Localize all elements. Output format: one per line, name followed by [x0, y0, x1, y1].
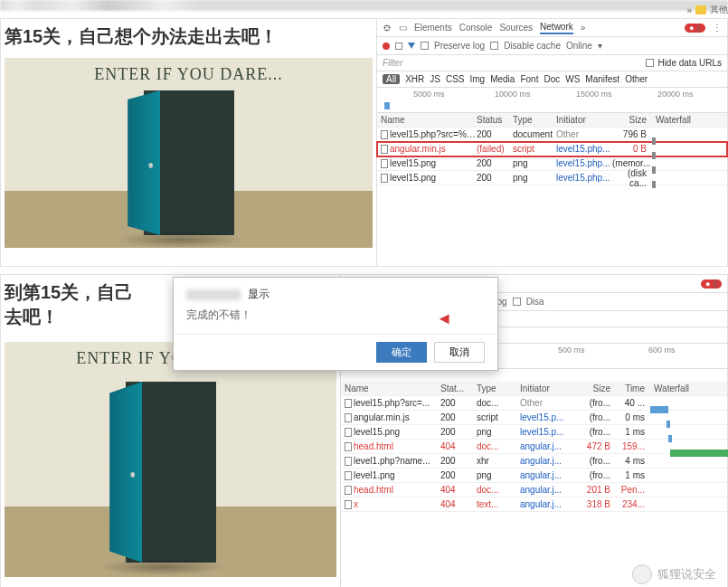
alert-body: 完成的不错！ ◄: [174, 306, 497, 334]
network-row[interactable]: level1.php?name...200xhrangular.j...(fro…: [341, 454, 727, 469]
type-manifest[interactable]: Manifest: [585, 74, 619, 84]
watermark-text: 狐狸说安全: [657, 566, 716, 582]
type-all[interactable]: All: [383, 74, 400, 84]
col-type[interactable]: Type: [513, 115, 556, 125]
col-time[interactable]: Time: [614, 383, 648, 393]
door-open: [128, 90, 160, 235]
alert-message: 完成的不错！: [186, 308, 251, 321]
type-doc[interactable]: Doc: [544, 74, 560, 84]
devtools-tabs: ⯐ ▭ Elements Console Sources Network » ●…: [377, 19, 727, 37]
type-css[interactable]: CSS: [446, 74, 465, 84]
filter-icon[interactable]: [408, 43, 415, 49]
tab-sources[interactable]: Sources: [499, 23, 533, 33]
network-row[interactable]: level15.php?src=...200doc...Other(fro...…: [341, 396, 727, 411]
watermark: 狐狸说安全: [632, 564, 716, 584]
col-size[interactable]: Size: [576, 383, 614, 393]
type-filters: All XHR JS CSS Img Media Font Doc WS Man…: [377, 71, 727, 88]
network-row[interactable]: head.html404doc...angular.j...201 BPen..…: [341, 483, 727, 497]
devtools-top: ⯐ ▭ Elements Console Sources Network » ●…: [376, 19, 727, 266]
col-type[interactable]: Type: [477, 383, 520, 393]
network-row[interactable]: level15.png200pnglevel15.php...(memor...: [377, 156, 727, 171]
door-scene-bottom: ENTER IF YOU DARE...: [5, 342, 336, 577]
network-row[interactable]: level1.png200pngangular.j...(fro...1 ms: [341, 469, 727, 483]
enter-text: ENTER IF YOU DARE...: [5, 65, 373, 84]
clear-icon[interactable]: [395, 43, 402, 50]
online-select[interactable]: Online: [566, 41, 592, 51]
type-ws[interactable]: WS: [565, 74, 580, 84]
network-row[interactable]: angular.min.js(failed)scriptlevel15.php.…: [377, 142, 727, 156]
panel-top: 第15关，自己想个办法走出去吧！ ENTER IF YOU DARE... ⯐ …: [0, 18, 728, 267]
door-frame: [144, 90, 234, 235]
preserve-label: Preserve log: [434, 41, 485, 51]
record-icon[interactable]: [383, 43, 390, 50]
tick: 15000 ms: [576, 90, 612, 99]
filter-input[interactable]: Filter: [383, 58, 402, 68]
alert-cancel-button[interactable]: 取消: [434, 342, 485, 363]
type-font[interactable]: Font: [520, 74, 538, 84]
tab-elements[interactable]: Elements: [414, 23, 452, 33]
disable-checkbox[interactable]: [490, 42, 498, 50]
err-count: 2: [713, 279, 717, 289]
col-size[interactable]: Size: [612, 115, 650, 125]
col-initiator[interactable]: Initiator: [520, 383, 576, 393]
red-arrow-icon: ◄: [436, 309, 452, 328]
device-icon[interactable]: ▭: [399, 23, 407, 33]
network-row[interactable]: level15.php?src=%27level...200documentOt…: [377, 128, 727, 142]
dropdown-icon[interactable]: ▾: [598, 41, 602, 51]
tab-console[interactable]: Console: [459, 23, 493, 33]
type-img[interactable]: Img: [469, 74, 485, 84]
watermark-icon: [632, 564, 652, 584]
col-waterfall[interactable]: Waterfall: [648, 383, 727, 393]
col-initiator[interactable]: Initiator: [556, 115, 612, 125]
error-badge[interactable]: ● 1: [685, 24, 705, 33]
alert-header: 显示: [174, 278, 497, 306]
chevrons: »: [686, 5, 692, 15]
door-frame: [126, 382, 216, 563]
tick: 5000 ms: [413, 90, 445, 99]
network-row[interactable]: ↘angular.min.js200scriptlevel15.p...(fro…: [341, 411, 727, 425]
door-knob: [130, 472, 135, 478]
tick: 10000 ms: [495, 90, 531, 99]
col-name[interactable]: Name: [341, 383, 440, 393]
col-name[interactable]: Name: [377, 115, 477, 125]
network-row[interactable]: level15.png200pnglevel15.php...(disk ca.…: [377, 171, 727, 185]
bookmark-badge: » 其他: [686, 4, 728, 16]
tick: 500 ms: [558, 346, 585, 355]
js-alert-dialog: 显示 完成的不错！ ◄ 确定 取消: [173, 277, 498, 371]
door-open: [109, 382, 142, 563]
err-count: 1: [696, 24, 701, 33]
folder-icon: [695, 5, 706, 14]
network-row[interactable]: x404text...angular.j...318 B234...: [341, 497, 727, 512]
network-header: Name Status Type Initiator Size Waterfal…: [377, 113, 727, 128]
type-js[interactable]: JS: [430, 74, 440, 84]
browser-tab-blur: [0, 0, 728, 11]
disable-label: Disable cache: [504, 41, 561, 51]
tab-network[interactable]: Network: [540, 22, 573, 34]
door-shadow: [117, 232, 243, 248]
error-badge[interactable]: ● 2: [701, 279, 722, 289]
col-status[interactable]: Stat...: [440, 383, 477, 393]
type-media[interactable]: Media: [490, 74, 515, 84]
tab-more[interactable]: »: [581, 23, 586, 33]
devtools-toolbar: Preserve log Disable cache Online ▾: [377, 37, 727, 55]
hide-urls-checkbox[interactable]: [646, 59, 654, 67]
timeline[interactable]: 5000 ms 10000 ms 15000 ms 20000 ms: [377, 88, 727, 113]
inspect-icon[interactable]: ⯐: [383, 23, 392, 33]
col-waterfall[interactable]: Waterfall: [650, 115, 727, 125]
network-rows-bottom: level15.php?src=...200doc...Other(fro...…: [341, 396, 727, 512]
col-status[interactable]: Status: [477, 115, 513, 125]
network-rows: level15.php?src=%27level...200documentOt…: [377, 128, 727, 185]
page-heading: 第15关，自己想个办法走出去吧！: [1, 19, 376, 54]
tick: 600 ms: [648, 346, 676, 355]
settings-icon[interactable]: ⋮: [713, 23, 722, 33]
type-other[interactable]: Other: [625, 74, 648, 84]
timeline-bar: [384, 102, 390, 109]
disable-label: Disa: [526, 297, 544, 307]
door-shadow: [99, 559, 225, 575]
type-xhr[interactable]: XHR: [405, 74, 424, 84]
alert-ok-button[interactable]: 确定: [376, 342, 427, 363]
preserve-checkbox[interactable]: [421, 42, 429, 50]
disable-checkbox[interactable]: [513, 298, 521, 306]
alert-buttons: 确定 取消: [174, 334, 497, 370]
tick: 20000 ms: [657, 90, 694, 99]
